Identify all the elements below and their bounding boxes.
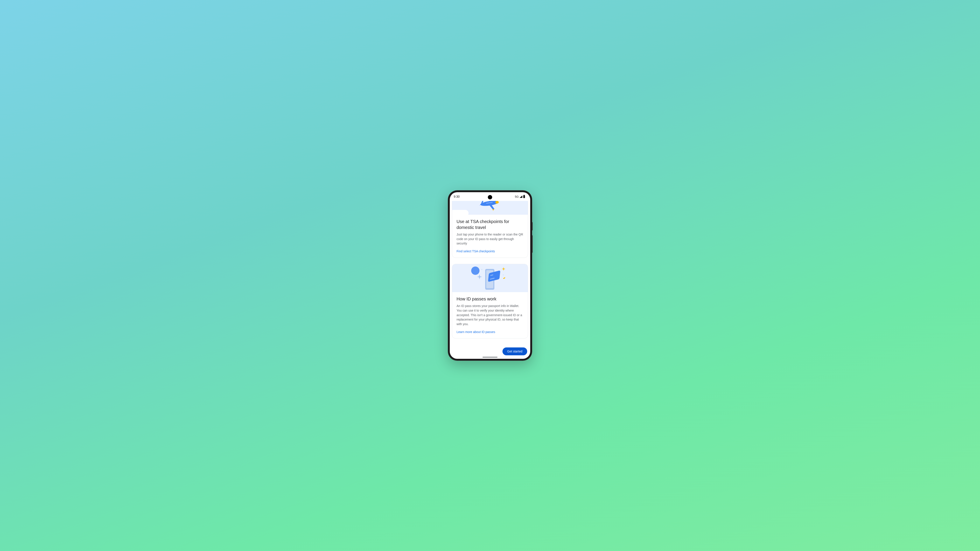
volume-button — [532, 235, 533, 253]
info-card-tsa: Use at TSA checkpoints for domestic trav… — [452, 201, 528, 258]
get-started-button[interactable]: Get started — [503, 348, 527, 355]
motion-line — [503, 277, 506, 279]
tap-gesture-indicator — [471, 267, 479, 275]
card-title: Use at TSA checkpoints for domestic trav… — [457, 219, 523, 230]
status-bar-time: 9:30 — [454, 195, 460, 198]
learn-more-link[interactable]: Learn more about ID passes — [457, 330, 495, 333]
airplane-illustration — [452, 201, 528, 215]
dot-decoration — [481, 269, 482, 270]
airplane-icon — [472, 201, 505, 215]
phone-screen: 9:30 5G — [450, 192, 530, 359]
camera-punch-hole — [488, 195, 492, 199]
phone-device-frame: 9:30 5G — [448, 191, 532, 360]
id-pass-illustration — [452, 264, 528, 292]
card-title: How ID passes work — [457, 296, 523, 302]
sparkle-icon — [501, 267, 506, 271]
status-bar: 9:30 5G — [450, 192, 530, 201]
power-button — [532, 222, 533, 230]
sparkle-icon — [476, 274, 482, 280]
status-bar-right: 5G — [515, 195, 525, 198]
cellular-signal-icon — [520, 195, 522, 198]
dot-decoration — [503, 275, 504, 275]
navigation-handle[interactable] — [482, 357, 498, 357]
network-label: 5G — [515, 195, 519, 198]
info-card-how-it-works: How ID passes work An ID pass stores you… — [452, 264, 528, 338]
battery-icon — [523, 195, 525, 198]
cloud-icon — [452, 210, 469, 215]
find-checkpoints-link[interactable]: Find select TSA checkpoints — [457, 249, 495, 253]
card-description: Just tap your phone to the reader or sca… — [457, 232, 523, 246]
card-description: An ID pass stores your passport info in … — [457, 304, 523, 326]
scrollable-content[interactable]: Use at TSA checkpoints for domestic trav… — [450, 201, 530, 346]
